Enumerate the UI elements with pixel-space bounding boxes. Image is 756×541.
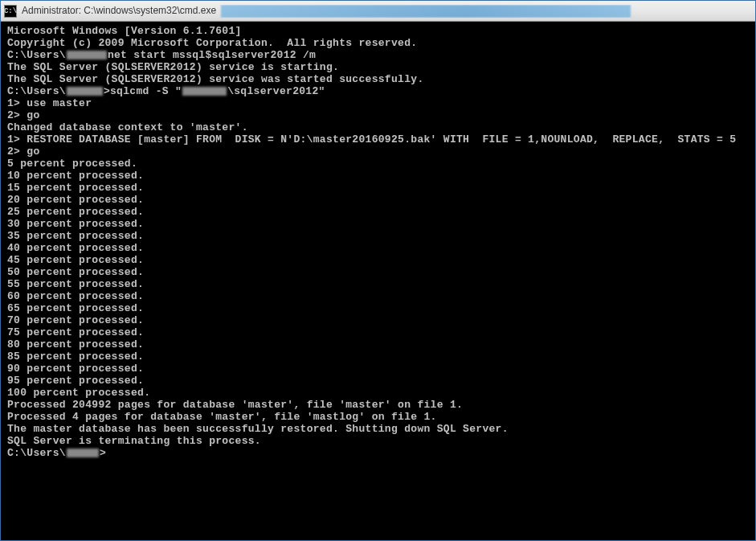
prompt-cursor: > xyxy=(100,447,106,459)
prompt-line: C:\Users\>sqlcmd -S "\sqlserver2012" xyxy=(7,85,749,97)
progress-line: 45 percent processed. xyxy=(7,254,749,266)
progress-line: 90 percent processed. xyxy=(7,363,749,375)
progress-line: 50 percent processed. xyxy=(7,266,749,278)
prompt-line: C:\Users\net start mssql$sqlserver2012 /… xyxy=(7,49,749,61)
prompt-path: C:\Users\ xyxy=(7,447,66,459)
progress-line: 85 percent processed. xyxy=(7,350,749,363)
output-line: Copyright (c) 2009 Microsoft Corporation… xyxy=(7,37,749,49)
terminal-output[interactable]: Microsoft Windows [Version 6.1.7601] Cop… xyxy=(1,22,755,540)
titlebar-blur xyxy=(221,5,631,18)
cmd-icon: C:\ xyxy=(4,5,17,18)
output-line: Changed database context to 'master'. xyxy=(7,121,749,133)
prompt-path: C:\Users\ xyxy=(7,85,66,97)
redacted-username xyxy=(67,51,107,59)
prompt-path: C:\Users\ xyxy=(7,49,66,61)
output-line: The SQL Server (SQLSERVER2012) service w… xyxy=(7,73,749,85)
progress-line: 80 percent processed. xyxy=(7,338,749,350)
cmd-window: C:\ Administrator: C:\windows\system32\c… xyxy=(0,0,756,541)
output-line: The SQL Server (SQLSERVER2012) service i… xyxy=(7,61,749,73)
progress-line: 40 percent processed. xyxy=(7,242,749,254)
progress-line: 70 percent processed. xyxy=(7,314,749,326)
progress-line: 15 percent processed. xyxy=(7,182,749,194)
command-text: \sqlserver2012" xyxy=(227,85,325,97)
output-line: Processed 4 pages for database 'master',… xyxy=(7,411,749,423)
window-title: Administrator: C:\windows\system32\cmd.e… xyxy=(22,5,216,16)
command-text: >sqlcmd -S " xyxy=(104,85,182,97)
progress-line: 10 percent processed. xyxy=(7,170,749,182)
titlebar[interactable]: C:\ Administrator: C:\windows\system32\c… xyxy=(1,1,755,22)
progress-line: 60 percent processed. xyxy=(7,290,749,302)
progress-line: 65 percent processed. xyxy=(7,302,749,314)
progress-line: 75 percent processed. xyxy=(7,326,749,338)
progress-line: 95 percent processed. xyxy=(7,375,749,387)
progress-line: 55 percent processed. xyxy=(7,278,749,290)
output-line: Processed 204992 pages for database 'mas… xyxy=(7,399,749,411)
progress-line: 35 percent processed. xyxy=(7,230,749,242)
sqlcmd-line: 1> RESTORE DATABASE [master] FROM DISK =… xyxy=(7,133,749,145)
titlebar-text: Administrator: C:\windows\system32\cmd.e… xyxy=(22,5,752,18)
progress-line: 20 percent processed. xyxy=(7,194,749,206)
prompt-line: C:\Users\> xyxy=(7,447,749,459)
progress-line: 30 percent processed. xyxy=(7,218,749,230)
sqlcmd-line: 1> use master xyxy=(7,97,749,109)
output-line: Microsoft Windows [Version 6.1.7601] xyxy=(7,25,749,37)
redacted-username xyxy=(67,87,103,96)
progress-line: 100 percent processed. xyxy=(7,387,749,399)
redacted-username xyxy=(67,449,99,457)
sqlcmd-line: 2> go xyxy=(7,145,749,158)
progress-line: 25 percent processed. xyxy=(7,206,749,218)
output-line: SQL Server is terminating this process. xyxy=(7,435,749,447)
progress-line: 5 percent processed. xyxy=(7,158,749,170)
cmd-icon-label: C:\ xyxy=(4,7,17,15)
redacted-server xyxy=(182,87,227,96)
sqlcmd-line: 2> go xyxy=(7,109,749,121)
command-text: net start mssql$sqlserver2012 /m xyxy=(108,49,316,61)
output-line: The master database has been successfull… xyxy=(7,423,749,435)
